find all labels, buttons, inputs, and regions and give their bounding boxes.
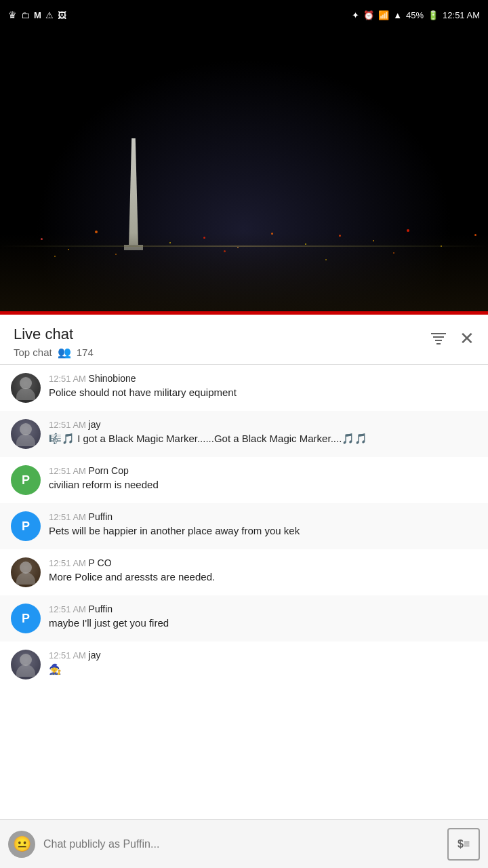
message-time: 12:51 AM (49, 558, 86, 568)
status-bar: ♛ 🗀 M ⚠ 🖼 ✦ ⏰ 📶 ▲ 45% 🔋 12:51 AM (0, 0, 488, 30)
list-item: P 12:51 AM Porn Cop civilian reform is n… (0, 457, 488, 503)
list-item: 12:51 AM jay 🧙 (0, 642, 488, 688)
avatar-letter: P (22, 519, 30, 534)
filter-button[interactable] (431, 333, 446, 344)
message-author: jay (89, 419, 101, 430)
chat-input-bar: 😐 $≡ (0, 819, 488, 868)
message-content: 12:51 AM Puffin Pets will be happier in … (49, 511, 477, 538)
avatar-letter: P (22, 473, 30, 488)
avatar: P (11, 604, 41, 633)
message-meta: 12:51 AM Porn Cop (49, 465, 477, 476)
top-chat-label: Top chat (14, 347, 52, 358)
message-meta: 12:51 AM Puffin (49, 511, 477, 522)
battery-level: 45% (406, 10, 424, 20)
avatar-silhouette (11, 373, 41, 403)
message-time: 12:51 AM (49, 420, 86, 430)
video-background (0, 30, 488, 315)
warning-icon: ⚠ (45, 10, 54, 20)
avatar-silhouette (11, 557, 41, 587)
avatar-letter: P (22, 612, 30, 626)
signal-icon: ▲ (393, 10, 402, 20)
avatar: P (11, 465, 41, 495)
battery-icon: 🔋 (428, 10, 439, 20)
message-content: 12:51 AM jay 🧙 (49, 650, 477, 676)
message-content: 12:51 AM Puffin maybe I'll just get you … (49, 604, 477, 630)
avatar (11, 419, 41, 449)
message-text: Pets will be happier in another place aw… (49, 524, 477, 538)
close-button[interactable]: ✕ (460, 328, 474, 349)
message-text: 🎼🎵 I got a Black Magic Marker......Got a… (49, 431, 477, 446)
message-author: Puffin (89, 511, 113, 522)
wifi-icon: 📶 (378, 10, 389, 20)
filter-line-2 (433, 336, 444, 338)
message-text: Police should not have military equipmen… (49, 385, 477, 399)
image-icon: 🖼 (58, 10, 66, 20)
message-meta: 12:51 AM jay (49, 419, 477, 430)
avatar-silhouette (11, 419, 41, 449)
avatar-silhouette (11, 650, 41, 679)
send-icon: $≡ (458, 838, 470, 850)
filter-line-1 (431, 333, 446, 334)
live-chat-panel: Live chat Top chat 👥 174 ✕ (0, 315, 488, 742)
message-time: 12:51 AM (49, 512, 86, 522)
people-icon: 👥 (58, 346, 71, 359)
list-item: 12:51 AM Shinobione Police should not ha… (0, 365, 488, 411)
youtube-red-bar (0, 311, 488, 315)
message-text: civilian reform is needed (49, 477, 477, 492)
message-author: jay (89, 650, 101, 660)
message-text: More Police and aressts are needed. (49, 570, 477, 584)
message-content: 12:51 AM Porn Cop civilian reform is nee… (49, 465, 477, 492)
bottom-spacer (0, 688, 488, 742)
live-chat-subtitle: Top chat 👥 174 (14, 346, 94, 359)
live-chat-title-area: Live chat Top chat 👥 174 (14, 326, 94, 359)
input-user-avatar: 😐 (8, 831, 35, 858)
status-right-icons: ✦ ⏰ 📶 ▲ 45% 🔋 12:51 AM (352, 10, 480, 20)
list-item: 12:51 AM jay 🎼🎵 I got a Black Magic Mark… (0, 411, 488, 457)
monument (129, 138, 138, 247)
chat-messages-list: 12:51 AM Shinobione Police should not ha… (0, 365, 488, 742)
folder-icon: 🗀 (21, 10, 30, 20)
chat-input-field[interactable] (43, 829, 439, 859)
live-chat-header: Live chat Top chat 👥 174 ✕ (0, 315, 488, 365)
input-avatar-emoji: 😐 (13, 835, 31, 853)
message-content: 12:51 AM jay 🎼🎵 I got a Black Magic Mark… (49, 419, 477, 446)
crown-icon: ♛ (8, 9, 17, 20)
send-button[interactable]: $≡ (447, 828, 480, 861)
viewer-count: 174 (77, 347, 94, 358)
message-author: P CO (89, 557, 112, 568)
message-content: 12:51 AM P CO More Police and aressts ar… (49, 557, 477, 584)
alarm-icon: ⏰ (363, 10, 374, 20)
city-lights-gradient (0, 233, 488, 315)
clock: 12:51 AM (443, 10, 480, 20)
list-item: 12:51 AM P CO More Police and aressts ar… (0, 549, 488, 595)
message-content: 12:51 AM Shinobione Police should not ha… (49, 373, 477, 399)
message-time: 12:51 AM (49, 650, 86, 660)
message-meta: 12:51 AM P CO (49, 557, 477, 568)
filter-line-3 (435, 340, 442, 341)
message-meta: 12:51 AM Puffin (49, 604, 477, 614)
video-area[interactable] (0, 30, 488, 315)
avatar (11, 557, 41, 587)
live-chat-title: Live chat (14, 326, 94, 343)
message-time: 12:51 AM (49, 604, 86, 614)
message-time: 12:51 AM (49, 374, 86, 384)
header-actions: ✕ (431, 328, 474, 349)
message-text: maybe I'll just get you fired (49, 616, 477, 630)
m-icon: M (34, 10, 41, 20)
message-meta: 12:51 AM jay (49, 650, 477, 660)
message-time: 12:51 AM (49, 466, 86, 476)
list-item: P 12:51 AM Puffin maybe I'll just get yo… (0, 595, 488, 642)
status-left-icons: ♛ 🗀 M ⚠ 🖼 (8, 9, 66, 20)
message-author: Puffin (89, 604, 113, 614)
avatar (11, 373, 41, 403)
message-meta: 12:51 AM Shinobione (49, 373, 477, 384)
avatar (11, 650, 41, 679)
avatar: P (11, 511, 41, 541)
list-item: P 12:51 AM Puffin Pets will be happier i… (0, 503, 488, 549)
message-text: 🧙 (49, 662, 477, 676)
bluetooth-icon: ✦ (352, 10, 359, 20)
filter-line-4 (436, 343, 441, 344)
message-author: Porn Cop (89, 465, 129, 476)
message-author: Shinobione (89, 373, 136, 384)
